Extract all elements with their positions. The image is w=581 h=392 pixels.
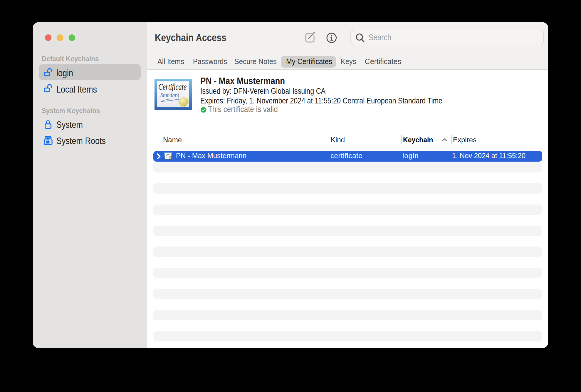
svg-text:Certificate: Certificate bbox=[158, 82, 187, 91]
svg-text:Standard: Standard bbox=[160, 91, 179, 99]
